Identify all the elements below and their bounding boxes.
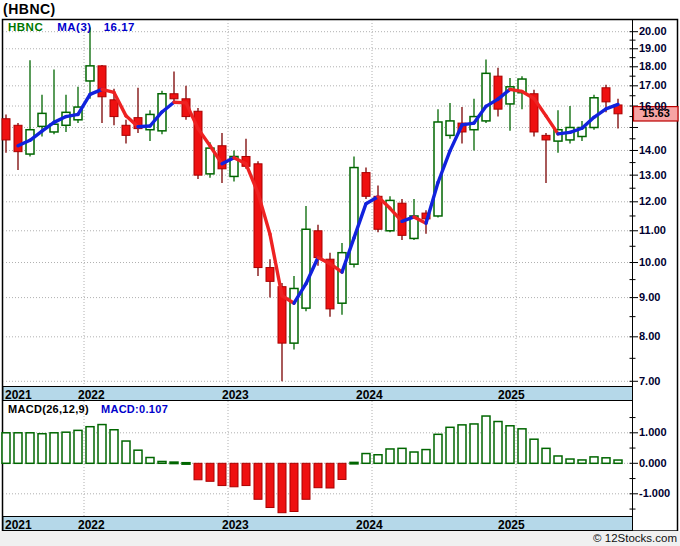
year-label-top: 2023 [222,388,249,402]
price-axis-label: 13.00 [639,169,667,181]
macd-bar [14,433,22,464]
year-label-bottom: 2024 [356,518,383,532]
macd-bar [242,463,250,485]
candle-body [494,76,502,109]
macd-bar [206,463,214,481]
chart-app: (HBNC) HBNCMA(3)16.17 MACD(26,12,9)MACD:… [0,0,680,546]
chart-canvas [0,0,680,546]
macd-bar [146,458,154,464]
copyright-link[interactable]: © 12Stocks.com [593,532,677,544]
macd-bar [290,463,298,511]
macd-bar [350,462,358,464]
macd-bar [590,457,598,463]
ma-line-segment [462,123,474,125]
macd-bar [122,441,130,463]
price-axis-label: 20.00 [639,25,667,37]
macd-bar [326,463,334,488]
bottom-strip [0,531,680,546]
price-axis-label: 9.00 [639,291,660,303]
macd-bar [566,459,574,463]
candle-body [590,98,598,128]
price-axis-label: 7.00 [639,375,660,387]
macd-bar [134,450,142,463]
macd-bar [314,463,322,487]
macd-axis-label: 0.000 [639,457,667,469]
macd-bar [398,448,406,463]
macd-bar [542,448,550,463]
candle-body [434,122,442,216]
candle-body [2,119,10,140]
macd-bar [254,463,262,499]
macd-bar [182,463,190,465]
candle-body [122,125,130,135]
macd-legend: MACD(26,12,9)MACD:0.107 [8,403,168,415]
macd-bar [518,429,526,463]
macd-bar [50,433,58,464]
candle-body [302,229,310,308]
macd-bar [362,454,370,464]
macd-bar [458,425,466,463]
macd-bar [422,450,430,464]
candle-body [38,113,46,126]
price-axis-label: 17.00 [639,79,667,91]
ma-line-segment [510,89,522,91]
macd-bar [530,439,538,463]
year-label-bottom: 2021 [5,518,32,532]
candle-body [362,173,370,197]
macd-bar [338,463,346,479]
macd-bar [38,434,46,464]
macd-bar [410,452,418,463]
macd-bar [230,463,238,486]
candle-body [170,94,178,99]
ma-line-segment [138,126,150,127]
macd-bar [578,460,586,463]
macd-bar [266,463,274,507]
year-label-top: 2022 [78,388,105,402]
price-axis-label: 18.00 [639,60,667,72]
year-label-top: 2024 [356,388,383,402]
macd-bar [614,460,622,463]
macd-bar [386,449,394,463]
ma-line-segment [66,114,78,116]
ma-line-segment [174,102,186,103]
macd-bar [434,434,442,463]
macd-bar [110,430,118,464]
macd-bar [62,432,70,463]
macd-bar [470,424,478,463]
candle-body [602,88,610,102]
candle-body [542,135,550,140]
macd-bar [194,463,202,479]
macd-bar [74,430,82,463]
main-chart-legend: HBNCMA(3)16.17 [8,21,135,33]
candle-body [86,66,94,81]
candle-body [14,125,22,151]
ma-legend-value: 16.17 [104,21,135,33]
ma-line-segment [558,132,570,134]
macd-legend-value: MACD:0.107 [101,403,168,415]
macd-axis-label: -1.000 [639,487,670,499]
macd-legend-label: MACD(26,12,9) [8,403,89,415]
page-title: (HBNC) [3,1,56,17]
macd-bar [446,427,454,463]
macd-bar [2,433,10,464]
macd-bar [158,461,166,463]
price-axis-label: 16.00 [639,100,667,112]
macd-bar [374,455,382,464]
candle-body [266,268,274,282]
price-axis-label: 11.00 [639,224,666,236]
candle-body [254,164,262,268]
candle-body [482,73,490,121]
macd-bar [482,416,490,463]
ma-legend-label: MA(3) [57,21,91,33]
price-axis-label: 12.00 [639,195,667,207]
macd-bar [554,456,562,463]
year-label-top: 2025 [498,388,525,402]
macd-bar [98,425,106,464]
candle-body [110,100,118,117]
price-axis-label: 14.00 [639,144,667,156]
year-label-bottom: 2023 [222,518,249,532]
macd-bar [170,462,178,464]
macd-bar [494,422,502,464]
candle-body [314,231,322,258]
macd-bar [506,426,514,464]
